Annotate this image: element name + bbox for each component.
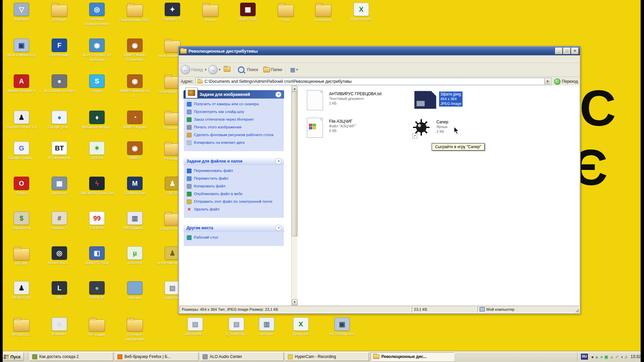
desktop-icon[interactable]: ◎ Сетевые подключения xyxy=(79,3,114,26)
desktop-icon[interactable]: ♟ RELES_Ю xyxy=(4,281,39,300)
desktop-icon[interactable]: Книги xyxy=(193,3,228,22)
taskbar-task-button[interactable]: Как достать соседа 2 xyxy=(30,352,113,361)
maximize-button[interactable]: □ xyxy=(563,48,571,54)
desktop-icon[interactable]: ● Google_Евг... xyxy=(42,111,77,130)
desktop-icon[interactable]: ▣ Мой компьютер xyxy=(4,39,39,58)
desktop-icon[interactable]: L LAC xyxy=(42,281,77,300)
desktop-icon[interactable]: ◉ Acer Crystal Eye webcam xyxy=(79,39,114,62)
views-icon[interactable]: ▦ xyxy=(290,66,295,73)
menu-item[interactable] xyxy=(205,58,211,60)
collapse-chevron-icon[interactable]: » xyxy=(276,225,281,231)
desktop-icon[interactable]: BT BT Формула xyxy=(42,141,77,161)
desktop-icon[interactable]: ✦ Sampler 32 xyxy=(155,3,190,22)
task-link[interactable]: Копировать на компакт-диск xyxy=(187,140,282,145)
go-button[interactable]: → Переход xyxy=(554,78,578,85)
desktop-icon[interactable]: ✶ ЗСЕ64 xyxy=(79,141,114,161)
scroll-down-button[interactable]: ▼ xyxy=(292,299,298,305)
desktop-icon[interactable]: письмо xyxy=(117,281,152,300)
desktop-icon[interactable]: $ Заработок xyxy=(4,212,39,231)
shield-icon[interactable]: ▲ xyxy=(610,355,614,359)
menu-item[interactable] xyxy=(193,58,199,60)
search-icon[interactable] xyxy=(238,66,245,73)
task-link[interactable]: Просмотреть как слайд-шоу xyxy=(187,109,282,114)
desktop-icon[interactable]: ϟ DAEMON Tools Lite xyxy=(79,177,114,196)
desktop-icon[interactable]: ▥ центры xyxy=(249,317,284,337)
collapse-chevron-icon[interactable]: » xyxy=(276,159,281,164)
scrollbar-thumb[interactable] xyxy=(292,92,298,236)
forward-dropdown-icon[interactable]: ▼ xyxy=(218,68,221,71)
file-item[interactable]: ↗ 3фате.jpeg 454 x 364 JPEG Image xyxy=(414,90,463,111)
back-dropdown-icon[interactable]: ▼ xyxy=(204,68,207,71)
taskbar-task-button[interactable]: ALO Audio Center xyxy=(200,352,284,361)
desktop-icon[interactable]: 99 FIFA 99 xyxy=(79,212,114,231)
scrollbar[interactable]: ▲ ▼ xyxy=(291,85,297,306)
desktop-icon[interactable]: ◔ AIMP2 Аудио xyxy=(117,111,152,130)
folders-label[interactable]: Папки xyxy=(271,67,282,72)
minimize-button[interactable]: _ xyxy=(555,48,562,54)
task-link[interactable]: Сделать фоновым рисунком рабочего стола xyxy=(187,132,282,137)
task-link[interactable]: Получить от камеры или со сканера xyxy=(187,102,282,107)
desktop-icon[interactable]: Сетевое окружение xyxy=(117,317,152,342)
desktop-icon[interactable]: ◉ AIMP3 xyxy=(117,141,152,161)
desktop-icon[interactable]: µ uTorrent xyxy=(117,246,152,265)
language-indicator[interactable]: RU xyxy=(581,354,588,360)
task-link[interactable]: Переименовать файл xyxy=(187,168,282,173)
menu-item[interactable] xyxy=(199,58,205,60)
task-link[interactable]: ✕ Удалить файл xyxy=(187,207,282,212)
desktop-icon[interactable]: ● PSP4 35 xyxy=(79,281,114,300)
task-link[interactable]: Печать этого изображения xyxy=(187,125,282,130)
desktop-icon[interactable]: Переводчик 2007 xyxy=(117,3,152,22)
folders-icon[interactable] xyxy=(263,67,270,72)
pane-other-places-header[interactable]: Другие места » xyxy=(183,224,284,232)
menu-item[interactable] xyxy=(181,58,187,60)
volume-mixer-icon[interactable]: ◑ xyxy=(620,355,623,359)
agent-icon[interactable]: ● xyxy=(600,355,603,359)
desktop-icon[interactable]: ◉ AIMP2 Advanced 1... xyxy=(117,74,152,98)
desktop-icon[interactable]: ▤ ыббЛЫ4L... xyxy=(178,317,213,337)
taskbar-task-button[interactable]: HyperCam - Recording xyxy=(285,352,369,361)
scroll-up-button[interactable]: ▲ xyxy=(292,86,298,92)
taskbar-task-button[interactable]: Веб-браузер Firefox | Б... xyxy=(115,352,199,361)
update-check-icon[interactable]: ✔ xyxy=(615,355,619,359)
taskbar-task-button[interactable]: Революционные дис... xyxy=(371,352,454,361)
desktop-icon[interactable]: RF кадив xyxy=(79,317,114,337)
clock[interactable]: 13:32 xyxy=(631,354,641,359)
collapse-chevron-icon[interactable]: » xyxy=(276,92,281,97)
desktop-icon[interactable]: X Курсова.xls xyxy=(344,3,379,22)
hide-icons-arrow[interactable]: ◂ xyxy=(591,355,593,359)
task-link[interactable]: Переместить файл xyxy=(187,176,282,181)
desktop-icon[interactable]: M СілМах Еве xyxy=(117,177,152,196)
desktop-icon[interactable]: ♦ Мобильн Модь... xyxy=(79,111,114,130)
menu-item[interactable] xyxy=(211,58,217,60)
desktop-icon[interactable]: ● ALO Audio Center xyxy=(42,74,77,94)
desktop-icon[interactable]: # Sudoku 7 xyxy=(42,212,77,231)
task-link[interactable]: Опубликовать файл в вебе xyxy=(187,191,282,196)
network-icon[interactable]: ▲ xyxy=(595,355,599,359)
views-dropdown-icon[interactable]: ▼ xyxy=(296,68,299,71)
desktop-icon[interactable]: S Skype xyxy=(79,74,114,94)
file-item[interactable]: ↗ АНТИВИРУС ГРЕВЦОВА.txt Текстовый докум… xyxy=(304,90,382,111)
file-item[interactable]: ↗ File.АЗЦЧИГ Файл "АЗЦЧИГ" 0 КБ xyxy=(304,118,356,138)
pane-file-tasks-header[interactable]: Задачи для файлов и папок » xyxy=(183,157,284,165)
desktop-icon[interactable]: ▦ Hater 2005 xyxy=(230,3,265,22)
back-button[interactable]: ← xyxy=(181,65,190,74)
desktop-icon[interactable]: ◉ AIMP2 Audio Converter xyxy=(117,39,152,62)
address-dropdown-icon[interactable]: ▼ xyxy=(544,78,550,84)
file-item[interactable]: ↗ Сапер Ярлык 2 КБ xyxy=(412,118,448,139)
place-link[interactable]: Рабочий стол xyxy=(187,235,282,240)
antivirus-icon[interactable]: ▣ xyxy=(604,355,608,359)
search-label[interactable]: Поиск xyxy=(247,67,258,72)
menu-item[interactable] xyxy=(187,58,193,60)
desktop-icon[interactable]: F FineReader xyxy=(42,39,77,58)
desktop-icon[interactable]: АРХШОЛ... xyxy=(4,317,39,337)
resize-grip[interactable] xyxy=(575,308,579,312)
desktop-icon[interactable]: O Опера xyxy=(4,177,39,196)
desktop-icon[interactable]: ▦ сила.exe xyxy=(42,177,77,196)
desktop-icon[interactable]: A Adobe Reader 9 xyxy=(4,74,39,94)
task-link[interactable]: Копировать файл xyxy=(187,184,282,189)
desktop-icon[interactable]: Очаг xyxy=(268,3,303,22)
start-button[interactable]: Пуск xyxy=(1,352,24,361)
desktop-icon[interactable]: ▽ Корзина xyxy=(4,3,39,22)
task-link[interactable]: Отправить этот файл по электронной почте xyxy=(187,199,282,204)
desktop-icon[interactable]: 1599руб xyxy=(42,3,77,22)
